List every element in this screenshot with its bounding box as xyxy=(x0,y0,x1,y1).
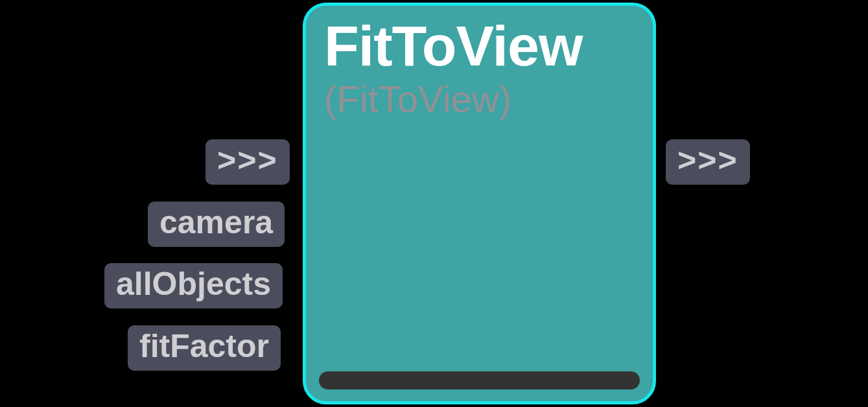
input-port-allobjects[interactable]: allObjects xyxy=(104,263,283,308)
input-port-fitfactor[interactable]: fitFactor xyxy=(128,325,281,371)
node-title: FitToView xyxy=(324,17,635,75)
input-port-camera[interactable]: camera xyxy=(148,202,285,247)
node-fit-to-view[interactable]: FitToView (FitToView) xyxy=(303,3,656,404)
graph-canvas[interactable]: FitToView (FitToView) >>> camera allObje… xyxy=(0,0,868,407)
node-footer-bar xyxy=(319,371,640,390)
input-port-exec[interactable]: >>> xyxy=(205,139,290,185)
output-port-exec[interactable]: >>> xyxy=(666,139,750,185)
node-subtitle: (FitToView) xyxy=(324,77,635,121)
